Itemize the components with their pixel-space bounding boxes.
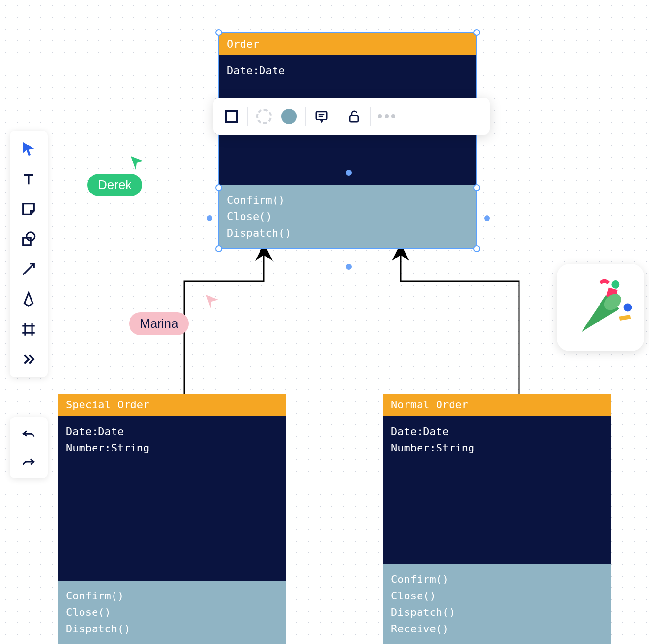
separator (370, 107, 371, 126)
svg-point-5 (624, 304, 632, 312)
arrow-icon (20, 261, 37, 277)
canvas[interactable]: Special Order Date:Date Number:String Co… (0, 0, 649, 644)
separator (338, 107, 338, 126)
arrow-tool[interactable] (14, 255, 44, 283)
pen-icon (20, 291, 37, 307)
uml-special-order[interactable]: Special Order Date:Date Number:String Co… (58, 394, 286, 644)
uml-method: Close() (391, 588, 603, 604)
pen-tool[interactable] (14, 285, 44, 313)
fill-solid-button[interactable] (280, 107, 298, 126)
text-icon (20, 171, 37, 187)
uml-attr: Number:String (66, 440, 278, 456)
shape-tool[interactable] (14, 225, 44, 253)
select-tool[interactable] (14, 135, 44, 163)
sticky-note-icon (20, 201, 37, 217)
fill-none-button[interactable] (222, 107, 241, 126)
dots-icon (385, 114, 389, 118)
fill-solid-icon (281, 109, 297, 124)
redo-button[interactable] (14, 449, 44, 474)
uml-method: Close() (66, 604, 278, 621)
cursor-marina-pointer (204, 293, 223, 312)
sticky-tool[interactable] (14, 195, 44, 223)
shapes-icon (20, 231, 37, 247)
tool-toolbar (10, 131, 48, 377)
lock-button[interactable] (345, 107, 363, 126)
uml-method: Dispatch() (66, 621, 278, 637)
history-toolbar (10, 417, 48, 478)
mid-handle-top[interactable] (346, 170, 352, 176)
more-tools[interactable] (14, 345, 44, 373)
uml-methods: Confirm() Close() Dispatch() Receive() (383, 564, 611, 644)
square-outline-icon (225, 110, 238, 123)
unlock-icon (347, 109, 361, 124)
uml-attr: Date:Date (66, 423, 278, 440)
uml-attr: Date:Date (227, 63, 469, 79)
dots-icon (391, 114, 395, 118)
redo-icon (21, 454, 36, 469)
uml-method: Confirm() (227, 192, 469, 209)
svg-rect-0 (316, 112, 327, 119)
frame-icon (20, 321, 37, 338)
uml-attributes: Date:Date Number:String (383, 416, 611, 458)
context-toolbar (213, 98, 490, 135)
uml-order[interactable]: Order Date:Date Confirm() Close() Dispat… (219, 33, 476, 248)
fill-pattern-button[interactable] (255, 107, 273, 126)
uml-attr: Number:String (391, 440, 603, 456)
mid-handle-bottom[interactable] (346, 264, 352, 270)
party-popper-icon (567, 274, 634, 341)
uml-method: Confirm() (391, 571, 603, 588)
uml-method: Confirm() (66, 588, 278, 604)
chevrons-right-icon (20, 351, 37, 368)
cursor-derek-pointer (129, 154, 148, 174)
separator (247, 107, 248, 126)
cursor-label-derek: Derek (87, 174, 142, 196)
more-button[interactable] (377, 107, 396, 126)
uml-spacer (383, 458, 611, 564)
uml-attributes: Date:Date (219, 55, 476, 97)
mid-handle-right[interactable] (484, 215, 490, 221)
separator (305, 107, 306, 126)
dots-icon (378, 114, 382, 118)
uml-method: Dispatch() (391, 604, 603, 621)
uml-attr: Date:Date (391, 423, 603, 440)
comment-icon (314, 109, 329, 124)
uml-attributes: Date:Date Number:String (58, 416, 286, 458)
uml-normal-order[interactable]: Normal Order Date:Date Number:String Con… (383, 394, 611, 644)
fill-dashed-icon (256, 109, 272, 124)
undo-button[interactable] (14, 421, 44, 446)
svg-rect-7 (619, 315, 631, 321)
frame-tool[interactable] (14, 315, 44, 343)
party-popper-sticker[interactable] (557, 264, 644, 351)
uml-header: Special Order (58, 394, 286, 416)
uml-header: Order (219, 33, 476, 55)
uml-method: Dispatch() (227, 225, 469, 242)
uml-header: Normal Order (383, 394, 611, 416)
uml-methods: Confirm() Close() Dispatch() (58, 581, 286, 644)
pointer-icon (20, 141, 37, 157)
comment-button[interactable] (312, 107, 331, 126)
mid-handle-left[interactable] (207, 215, 212, 221)
uml-method: Receive() (391, 621, 603, 637)
svg-rect-3 (350, 116, 358, 122)
undo-icon (21, 426, 36, 441)
uml-methods: Confirm() Close() Dispatch() (219, 185, 476, 248)
uml-method: Close() (227, 209, 469, 225)
uml-spacer (58, 458, 286, 581)
svg-point-4 (611, 280, 619, 289)
text-tool[interactable] (14, 165, 44, 193)
cursor-label-marina: Marina (129, 312, 189, 335)
